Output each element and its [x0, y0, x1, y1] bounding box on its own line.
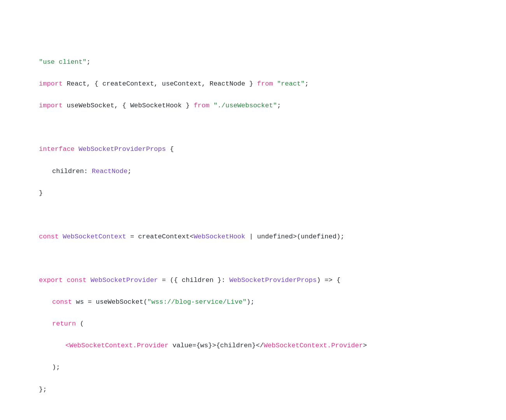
- code-line-blank4: [39, 406, 467, 417]
- code-line-8: export const WebSocketProvider = ({ chil…: [39, 275, 467, 286]
- code-line-11: <WebSocketContext.Provider value={ws}>{c…: [39, 340, 467, 351]
- code-area: "use client"; import React, { createCont…: [0, 0, 506, 420]
- code-line-blank1: [39, 122, 467, 133]
- code-line-9: const ws = useWebSocket("wss://blog-serv…: [39, 297, 467, 308]
- code-line-4: interface WebSocketProviderProps {: [39, 144, 467, 155]
- code-line-2: import React, { createContext, useContex…: [39, 79, 467, 89]
- code-line-3: import useWebSocket, { WebSocketHook } f…: [39, 100, 467, 111]
- code-line-13: };: [39, 384, 467, 395]
- code-line-blank3: [39, 253, 467, 264]
- code-block: "use client"; import React, { createCont…: [39, 35, 467, 420]
- code-line-7: const WebSocketContext = createContext<W…: [39, 231, 467, 242]
- code-line-6: }: [39, 188, 467, 199]
- code-line-5: children: ReactNode;: [39, 166, 467, 177]
- page-container: "use client"; import React, { createCont…: [0, 0, 506, 420]
- code-line-10: return (: [39, 318, 467, 329]
- code-line-12: );: [39, 362, 467, 373]
- code-line-blank2: [39, 210, 467, 220]
- code-line-1: "use client";: [39, 57, 467, 68]
